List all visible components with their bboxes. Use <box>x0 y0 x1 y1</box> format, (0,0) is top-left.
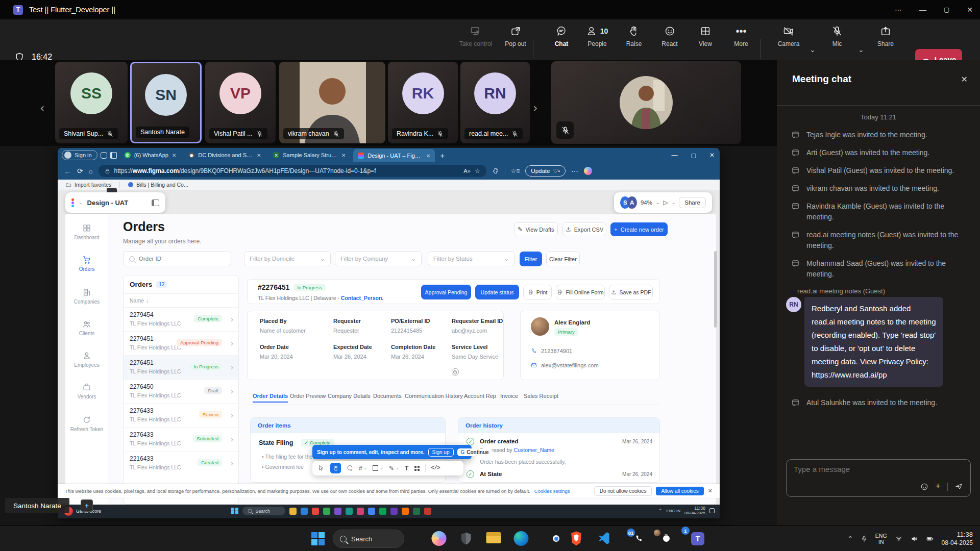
send-icon[interactable] <box>954 482 963 491</box>
vscode-icon[interactable] <box>597 531 611 545</box>
browser-close-icon[interactable]: ✕ <box>709 152 715 159</box>
people-button[interactable]: 10 People <box>586 26 608 47</box>
sidebar-item-refresh-token[interactable]: Refresh Token <box>65 415 108 432</box>
tray-expand-icon[interactable]: ⌃ <box>658 508 663 513</box>
taskbar-app-icon[interactable] <box>289 508 297 515</box>
browser-tab-active[interactable]: Design - UAT – Figma✕ <box>353 149 435 162</box>
extensions-icon[interactable] <box>492 167 499 174</box>
google-continue-button[interactable]: GContinue <box>457 448 493 456</box>
text-tool-icon[interactable]: T <box>405 465 409 472</box>
approval-pending-button[interactable]: Approval Pending <box>421 285 471 299</box>
browser-tab[interactable]: ◉ DC Divisions and Surroundings✕ <box>184 149 265 161</box>
taskbar-search-box[interactable]: Search <box>333 530 404 548</box>
allow-cookies-button[interactable]: Allow all cookies <box>656 487 703 495</box>
taskbar-app-icon[interactable] <box>312 508 319 515</box>
shield-app-icon[interactable] <box>459 531 473 546</box>
battery-icon[interactable] <box>926 535 934 542</box>
wifi-icon[interactable] <box>895 535 903 542</box>
pop-out-button[interactable]: Pop out <box>505 26 526 47</box>
filmstrip-next-icon[interactable]: › <box>533 101 538 115</box>
browser-tab[interactable]: X Sample Salary Structure with calc✕ <box>268 149 350 161</box>
participant-tile[interactable]: RN read.ai mee... <box>460 62 530 143</box>
browser-workspaces-icon[interactable] <box>101 152 107 159</box>
favorites-bar-icon[interactable]: ☆≡ <box>511 167 520 174</box>
order-row[interactable]: 2276433 TL Flex Holdings LLC Submitted › <box>124 428 238 452</box>
print-button[interactable]: Print <box>523 285 552 299</box>
canvas-scrollbar[interactable] <box>714 251 717 328</box>
sidebar-item-employees[interactable]: Employees <box>65 351 108 368</box>
window-maximize-icon[interactable]: ▢ <box>944 6 949 13</box>
domicile-filter-dropdown[interactable]: Filter by Domicile⌄ <box>244 251 331 266</box>
frame-tool-icon[interactable]: #⌄ <box>359 465 367 472</box>
more-button[interactable]: ••• More <box>734 26 748 47</box>
chat-compose-box[interactable]: + <box>786 459 971 497</box>
new-tab-icon[interactable]: + <box>440 151 445 160</box>
hand-tool-icon-active[interactable] <box>330 463 341 473</box>
components-tool-icon[interactable] <box>414 466 420 471</box>
chat-button[interactable]: Chat <box>555 26 569 47</box>
zoom-level[interactable]: 94% <box>641 199 652 206</box>
taskbar-app-icon[interactable] <box>402 508 409 515</box>
emoji-icon[interactable] <box>920 483 928 491</box>
present-chevron[interactable]: ⌄ <box>672 200 676 205</box>
window-minimize-icon[interactable]: — <box>919 6 926 14</box>
file-menu-chevron[interactable]: ⌄ <box>79 200 83 205</box>
camera-options-chevron[interactable]: ⌄ <box>810 46 816 54</box>
window-close-icon[interactable]: ✕ <box>967 6 973 14</box>
participant-tile[interactable]: RK Ravindra K... <box>388 62 458 143</box>
taskbar-app-icon[interactable] <box>368 508 375 515</box>
brave-icon[interactable] <box>569 531 583 546</box>
browser-maximize-icon[interactable]: ▢ <box>691 152 696 159</box>
edge-icon[interactable] <box>514 531 529 546</box>
home-icon[interactable]: ⌂ <box>89 167 93 175</box>
bookmark-item[interactable]: Bills | Billing and Co... <box>128 182 188 188</box>
company-filter-dropdown[interactable]: Filter by Company⌄ <box>335 251 422 266</box>
refresh-icon[interactable]: ⟳ <box>77 167 83 175</box>
tray-expand-icon[interactable]: ⌃ <box>848 535 853 542</box>
copilot-icon[interactable] <box>432 531 447 546</box>
read-aloud-icon[interactable]: A» <box>463 168 470 174</box>
tab-sales-receipt[interactable]: Sales Receipt <box>524 393 558 399</box>
order-row[interactable]: 2279454 TL Flex Holdings LLC Complete › <box>124 308 238 332</box>
participant-tile[interactable]: VP Vishal Patil ... <box>205 62 276 143</box>
pen-tool-icon[interactable]: ✎⌄ <box>389 465 399 472</box>
order-row[interactable]: 2276450 TL Flex Holdings LLC Draft › <box>124 380 238 404</box>
chat-close-icon[interactable]: ✕ <box>961 74 968 84</box>
order-id-search-input[interactable] <box>123 251 231 266</box>
camera-button[interactable]: Camera <box>778 26 800 47</box>
contact-phone[interactable]: 2123874901 <box>531 348 572 354</box>
browser-tab[interactable]: ✆ (6) WhatsApp✕ <box>120 149 181 161</box>
volume-icon[interactable] <box>911 535 918 542</box>
tab-communication-history[interactable]: Communication History <box>405 393 463 399</box>
filmstrip-prev-icon[interactable]: ‹ <box>40 101 45 115</box>
shared-search-box[interactable]: Search <box>242 507 285 515</box>
participant-tile-speaking[interactable]: SN Santosh Narate <box>130 62 202 143</box>
sidebar-item-clients[interactable]: Clients <box>65 319 108 336</box>
figma-logo-icon[interactable] <box>71 198 74 207</box>
deny-cookies-button[interactable]: Do not allow cookies <box>594 486 652 496</box>
tab-company-details[interactable]: Company Details <box>328 393 371 399</box>
customer-name-link[interactable]: Customer_Name <box>514 447 554 453</box>
taskbar-app-icon[interactable] <box>334 508 341 515</box>
attach-plus-icon[interactable]: + <box>935 481 941 492</box>
sidebar-item-dashboard[interactable]: Dashboard <box>65 223 108 240</box>
save-as-pdf-button[interactable]: Save as PDF <box>609 285 653 299</box>
banner-signup-button[interactable]: Sign up <box>428 448 454 457</box>
tab-invoice[interactable]: Invoice <box>500 393 518 399</box>
sort-icon[interactable]: ↓ <box>146 297 149 304</box>
clear-filter-button[interactable]: Clear Filter <box>546 252 580 266</box>
tab-close-icon[interactable]: ✕ <box>257 153 261 158</box>
taskbar-app-icon[interactable] <box>424 508 431 515</box>
presenter-pin-button[interactable]: + <box>81 499 93 512</box>
contact-person-link[interactable]: Contact_Person. <box>341 295 383 301</box>
sidebar-item-companies[interactable]: Companies <box>65 288 108 305</box>
start-button[interactable] <box>231 508 238 515</box>
browser-profile-button[interactable]: Sign in <box>62 150 97 160</box>
tab-order-preview[interactable]: Order Preview <box>290 393 326 399</box>
browser-minimize-icon[interactable]: — <box>672 152 678 159</box>
zoom-chevron[interactable]: ⌄ <box>656 200 660 205</box>
start-button[interactable] <box>311 532 325 545</box>
language-indicator[interactable]: ENGIN <box>875 533 887 545</box>
order-row-selected[interactable]: 2276451 TL Flex Holdings LLC In Progress… <box>124 356 238 380</box>
mic-button[interactable]: Mic <box>831 26 843 47</box>
